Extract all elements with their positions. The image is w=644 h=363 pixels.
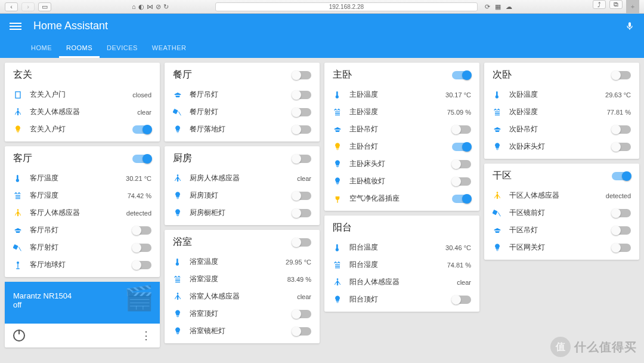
card-title[interactable]: 阳台 xyxy=(333,222,352,234)
entity-row[interactable]: 厨房橱柜灯 xyxy=(165,204,320,222)
microphone-icon[interactable] xyxy=(625,21,634,31)
entity-toggle[interactable] xyxy=(292,192,311,200)
entity-toggle[interactable] xyxy=(612,226,631,235)
entity-row[interactable]: 浴室湿度83.49 % xyxy=(165,270,320,288)
entity-row[interactable]: 空气净化器插座 xyxy=(324,190,479,207)
grid-icon[interactable]: ▦ xyxy=(495,3,501,11)
entity-row[interactable]: 客厅湿度74.42 % xyxy=(5,187,160,204)
cloud-icon[interactable]: ☁ xyxy=(506,3,512,11)
entity-row[interactable]: 客厅地球灯 xyxy=(5,256,160,273)
entity-row[interactable]: 浴室镜柜灯 xyxy=(165,322,320,340)
entity-row[interactable]: 玄关入户门closed xyxy=(5,86,160,103)
ext-icon[interactable]: ⋈ xyxy=(147,3,153,11)
group-toggle[interactable] xyxy=(612,71,631,79)
entity-row[interactable]: 干区人体感应器detected xyxy=(484,187,639,204)
entity-toggle[interactable] xyxy=(132,244,151,252)
entity-row[interactable]: 浴室人体感应器clear xyxy=(165,288,320,305)
entity-row[interactable]: 阳台温度30.46 °C xyxy=(324,239,479,256)
entity-toggle[interactable] xyxy=(292,209,311,217)
entity-toggle[interactable] xyxy=(612,244,631,252)
entity-row[interactable]: 浴室温度29.95 °C xyxy=(165,253,320,270)
entity-row[interactable]: 主卧温度30.17 °C xyxy=(324,86,479,103)
entity-toggle[interactable] xyxy=(292,310,311,318)
entity-row[interactable]: 客厅人体感应器detected xyxy=(5,204,160,222)
entity-toggle[interactable] xyxy=(452,195,471,203)
entity-toggle[interactable] xyxy=(612,125,631,134)
entity-row[interactable]: 主卧床头灯 xyxy=(324,155,479,173)
tab-devices[interactable]: DEVICES xyxy=(100,38,145,58)
group-toggle[interactable] xyxy=(612,172,631,180)
entity-row[interactable]: 次卧湿度77.81 % xyxy=(484,103,639,121)
entity-toggle[interactable] xyxy=(452,160,471,168)
group-toggle[interactable] xyxy=(292,238,311,247)
entity-toggle[interactable] xyxy=(452,143,471,151)
ext-icon[interactable]: ◐ xyxy=(138,3,144,11)
group-toggle[interactable] xyxy=(132,155,151,163)
entity-toggle[interactable] xyxy=(292,125,311,134)
group-toggle[interactable] xyxy=(452,71,471,79)
group-toggle[interactable] xyxy=(292,155,311,163)
reload-icon[interactable]: ⟳ xyxy=(485,3,490,11)
entity-row[interactable]: 次卧床头灯 xyxy=(484,138,639,155)
sidebar-button[interactable]: ▭ xyxy=(38,2,51,11)
entity-row[interactable]: 主卧湿度75.09 % xyxy=(324,103,479,121)
forward-button[interactable]: › xyxy=(21,2,35,11)
tab-weather[interactable]: WEATHER xyxy=(145,38,194,58)
entity-toggle[interactable] xyxy=(612,209,631,217)
entity-row[interactable]: 主卧台灯 xyxy=(324,138,479,155)
entity-row[interactable]: 餐厅落地灯 xyxy=(165,121,320,138)
entity-row[interactable]: 干区吊灯 xyxy=(484,222,639,239)
back-button[interactable]: ‹ xyxy=(5,2,18,11)
ext-icon[interactable]: ⊘ xyxy=(156,3,161,11)
share-button[interactable]: ⤴ xyxy=(593,0,606,9)
tabs-button[interactable]: ⧉ xyxy=(609,0,623,9)
entity-row[interactable]: 厨房人体感应器clear xyxy=(165,170,320,187)
entity-toggle[interactable] xyxy=(292,91,311,99)
entity-row[interactable]: 厨房顶灯 xyxy=(165,187,320,204)
entity-row[interactable]: 主卧吊灯 xyxy=(324,121,479,138)
entity-toggle[interactable] xyxy=(452,296,471,304)
entity-row[interactable]: 阳台湿度74.81 % xyxy=(324,256,479,273)
ext-icon[interactable]: ↻ xyxy=(163,3,169,11)
card-title[interactable]: 客厅 xyxy=(13,152,32,165)
entity-row[interactable]: 客厅吊灯 xyxy=(5,222,160,239)
entity-row[interactable]: 玄关入户灯 xyxy=(5,121,160,138)
entity-toggle[interactable] xyxy=(292,327,311,336)
entity-toggle[interactable] xyxy=(452,177,471,186)
entity-row[interactable]: 客厅射灯 xyxy=(5,239,160,256)
entity-row[interactable]: 浴室顶灯 xyxy=(165,305,320,322)
tab-home[interactable]: HOME xyxy=(24,38,59,58)
tab-rooms[interactable]: ROOMS xyxy=(59,38,100,58)
ext-icon[interactable]: ⌂ xyxy=(132,3,136,11)
media-header[interactable]: Marantz NR1504off🎬 xyxy=(5,282,160,324)
card-title[interactable]: 玄关 xyxy=(13,69,32,81)
entity-row[interactable]: 阳台人体感应器clear xyxy=(324,273,479,291)
entity-toggle[interactable] xyxy=(612,143,631,151)
url-bar[interactable]: 192.168.2.28 xyxy=(215,2,478,11)
card-title[interactable]: 浴室 xyxy=(173,236,192,248)
entity-row[interactable]: 主卧梳妆灯 xyxy=(324,173,479,190)
new-tab-button[interactable]: + xyxy=(626,0,639,13)
entity-row[interactable]: 阳台顶灯 xyxy=(324,291,479,308)
hamburger-icon[interactable] xyxy=(10,21,21,32)
entity-row[interactable]: 干区网关灯 xyxy=(484,239,639,256)
card-title[interactable]: 次卧 xyxy=(493,69,512,81)
entity-row[interactable]: 客厅温度30.21 °C xyxy=(5,170,160,187)
group-toggle[interactable] xyxy=(292,71,311,79)
entity-row[interactable]: 干区镜前灯 xyxy=(484,204,639,222)
entity-row[interactable]: 餐厅射灯 xyxy=(165,103,320,121)
entity-toggle[interactable] xyxy=(292,108,311,116)
entity-toggle[interactable] xyxy=(132,261,151,269)
card-title[interactable]: 干区 xyxy=(493,170,512,182)
entity-row[interactable]: 餐厅吊灯 xyxy=(165,86,320,103)
card-title[interactable]: 厨房 xyxy=(173,152,192,165)
entity-toggle[interactable] xyxy=(132,226,151,235)
card-title[interactable]: 餐厅 xyxy=(173,69,192,81)
entity-row[interactable]: 次卧吊灯 xyxy=(484,121,639,138)
entity-toggle[interactable] xyxy=(132,125,151,134)
entity-row[interactable]: 玄关人体感应器clear xyxy=(5,103,160,121)
entity-toggle[interactable] xyxy=(452,125,471,134)
entity-row[interactable]: 次卧温度29.63 °C xyxy=(484,86,639,103)
card-title[interactable]: 主卧 xyxy=(333,69,352,81)
power-button[interactable] xyxy=(13,330,25,342)
